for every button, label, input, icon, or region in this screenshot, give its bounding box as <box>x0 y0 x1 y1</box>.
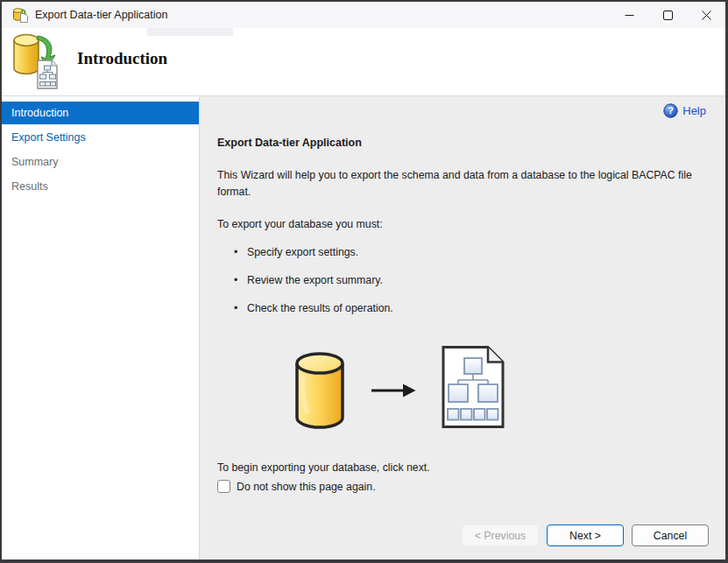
dont-show-again-row: Do not show this page again. <box>217 480 704 493</box>
title-bar: Export Data-tier Application <box>2 2 725 28</box>
cancel-button[interactable]: Cancel <box>632 524 709 546</box>
maximize-icon <box>663 11 673 20</box>
export-illustration <box>293 351 704 433</box>
step-label: Review the export summary. <box>247 274 383 286</box>
previous-button[interactable]: < Previous <box>462 524 539 546</box>
wizard-nav-buttons: < Previous Next > Cancel <box>462 524 709 546</box>
step-label: Specify export settings. <box>247 246 358 258</box>
database-to-bacpac-icon <box>11 31 65 94</box>
page-title: Introduction <box>77 49 167 68</box>
content-heading: Export Data-tier Application <box>217 96 704 149</box>
maximize-button[interactable] <box>648 2 687 28</box>
wizard-steps-sidebar: Introduction Export Settings Summary Res… <box>2 96 200 559</box>
help-label: Help <box>682 104 706 117</box>
help-icon: ? <box>663 103 678 118</box>
window-title: Export Data-tier Application <box>35 9 167 21</box>
app-database-export-icon <box>12 8 29 23</box>
list-item: • Review the export summary. <box>217 274 704 286</box>
intro-paragraph: This Wizard will help you to export the … <box>217 167 704 201</box>
sidebar-item-export-settings[interactable]: Export Settings <box>2 126 199 149</box>
main-pane: ? Help Export Data-tier Application This… <box>200 96 725 559</box>
titlebar-notch <box>147 28 233 36</box>
sidebar-item-results[interactable]: Results <box>2 175 199 198</box>
step-label: Check the results of operation. <box>247 302 393 314</box>
database-cylinder-icon <box>293 352 347 433</box>
bacpac-document-icon <box>440 344 506 433</box>
sidebar-item-summary[interactable]: Summary <box>2 151 199 173</box>
next-button[interactable]: Next > <box>547 524 624 546</box>
list-item: • Specify export settings. <box>217 246 704 258</box>
sidebar-item-introduction[interactable]: Introduction <box>2 102 199 124</box>
dont-show-again-label[interactable]: Do not show this page again. <box>237 481 376 493</box>
help-link[interactable]: ? Help <box>663 103 706 118</box>
minimize-button[interactable] <box>610 2 648 28</box>
close-button[interactable] <box>687 2 725 28</box>
close-icon <box>702 11 711 20</box>
minimize-icon <box>625 11 634 20</box>
bullet-icon: • <box>234 246 247 258</box>
steps-intro: To export your database you must: <box>217 218 704 230</box>
list-item: • Check the results of operation. <box>217 302 704 314</box>
svg-text:?: ? <box>668 105 674 116</box>
export-data-tier-wizard-window: Export Data-tier Application <box>0 0 728 563</box>
bullet-icon: • <box>234 274 247 286</box>
begin-export-note: To begin exporting your database, click … <box>217 461 704 474</box>
dont-show-again-checkbox[interactable] <box>217 480 230 493</box>
bullet-icon: • <box>234 302 247 314</box>
wizard-header: Introduction <box>2 28 725 95</box>
right-arrow-icon <box>370 383 417 402</box>
